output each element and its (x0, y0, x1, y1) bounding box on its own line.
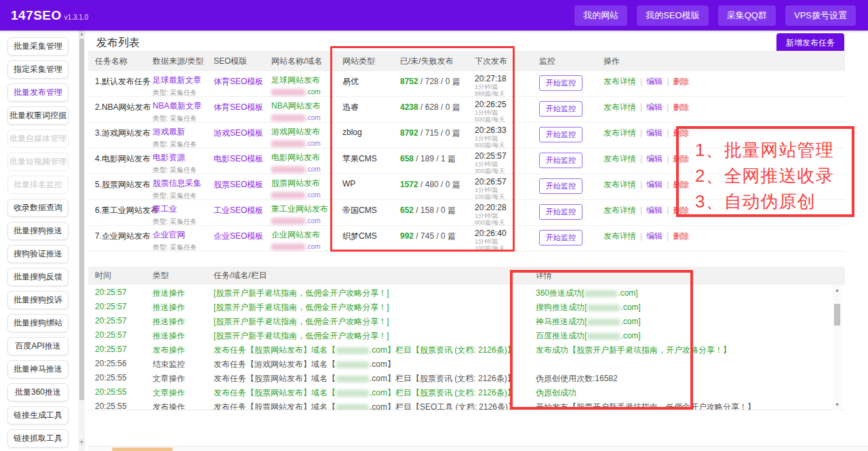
data-source-link[interactable]: 游戏最新 (153, 127, 185, 136)
log-time: 20:25:57 (95, 288, 149, 297)
delete-link[interactable]: 删除 (673, 231, 689, 241)
sidebar-item[interactable]: 批量采集管理 (7, 37, 68, 56)
seo-template-link[interactable]: 电影SEO模板 (214, 154, 263, 163)
publish-detail-link[interactable]: 发布详情 (604, 180, 636, 189)
edit-link[interactable]: 编辑 (646, 231, 663, 241)
sidebar-menu: 批量采集管理 指定采集管理 批量发布管理 批量权重词挖掘 批量自媒体管理 批量短… (0, 31, 88, 448)
sidebar-item[interactable]: 批量搜狗绑站 (7, 314, 68, 332)
start-monitor-button[interactable]: 开始监控 (539, 153, 583, 168)
delete-link[interactable]: 删除 (673, 128, 689, 138)
sidebar-item[interactable]: 批量360推送 (7, 383, 68, 401)
scroll-up-icon[interactable]: ▲ (79, 31, 85, 37)
horizontal-scrollbar[interactable] (88, 446, 868, 451)
publish-detail-link[interactable]: 发布详情 (604, 77, 636, 86)
sidebar-item[interactable]: 批量自媒体管理 (7, 130, 68, 148)
edit-link[interactable]: 编辑 (646, 102, 663, 112)
header-seo-template: SEO模版 (214, 51, 271, 71)
stats-rest: / 728 / 0 篇 (418, 77, 460, 86)
start-monitor-button[interactable]: 开始监控 (539, 75, 583, 91)
site-name-link[interactable]: 足球网站发布 (271, 75, 320, 85)
site-name-link[interactable]: 股票网站发布 (271, 178, 320, 188)
publish-detail-link[interactable]: 发布详情 (604, 154, 636, 163)
sidebar-item[interactable]: 批量神马推送 (7, 360, 68, 378)
monitor-cell: 开始监控 (539, 178, 604, 194)
data-source-link[interactable]: 重工业 (153, 204, 177, 214)
site-name-link[interactable]: 重工业网站发布 (271, 204, 328, 214)
seo-template-link[interactable]: 游戏SEO模板 (214, 128, 263, 138)
start-monitor-button[interactable]: 开始监控 (539, 127, 583, 142)
seo-template-link[interactable]: 体育SEO模板 (214, 102, 263, 112)
sidebar-item[interactable]: 搜狗验证推送 (7, 245, 68, 263)
delete-link[interactable]: 删除 (673, 154, 689, 163)
site-name-link[interactable]: 电影网站发布 (271, 153, 320, 162)
data-source-link[interactable]: NBA最新文章 (153, 101, 202, 111)
delete-link[interactable]: 删除 (673, 180, 689, 189)
sidebar-scroll-thumb[interactable] (79, 39, 84, 400)
sidebar-item[interactable]: 批量发布管理 (7, 83, 68, 102)
sidebar-scrollbar[interactable]: ▲ ▼ (79, 31, 85, 451)
data-source-cell: 股票信息采集 类型: 采集任务 (153, 178, 214, 201)
menu-my-sites[interactable]: 我的网站 (574, 5, 627, 26)
log-time: 20:25:57 (95, 316, 149, 326)
new-publish-task-button[interactable]: 新增发布任务 (776, 33, 844, 53)
blurred-domain (587, 305, 620, 311)
start-monitor-button[interactable]: 开始监控 (539, 101, 583, 117)
sidebar-item[interactable]: 指定采集管理 (7, 60, 68, 79)
sidebar-item[interactable]: 链接抓取工具 (7, 429, 68, 448)
seo-template-link[interactable]: 企业SEO模板 (214, 231, 263, 241)
data-source-link[interactable]: 股票信息采集 (153, 178, 201, 188)
daily-limit: 100篇/每天 (475, 245, 537, 252)
sidebar-item[interactable]: 链接生成工具 (7, 406, 68, 425)
sidebar-item[interactable]: 批量搜狗反馈 (7, 268, 68, 286)
seo-template-cell: 体育SEO模板 (214, 102, 271, 113)
sidebar-item[interactable]: 批量权重词挖掘 (7, 106, 68, 125)
sidebar-item[interactable]: 批量排名监控 (7, 176, 68, 194)
sidebar-item[interactable]: 收录数据查询 (7, 199, 68, 217)
action-separator: | (640, 128, 642, 138)
site-name-link[interactable]: NBA网站发布 (271, 101, 321, 111)
sidebar-item[interactable]: 百度API推送 (7, 337, 68, 355)
scroll-down-icon[interactable]: ▼ (79, 439, 85, 446)
start-monitor-button[interactable]: 开始监控 (539, 230, 583, 246)
site-name-link[interactable]: 企业网站发布 (271, 230, 320, 239)
seo-template-link[interactable]: 工业SEO模板 (214, 205, 263, 215)
blurred-domain (585, 290, 617, 297)
menu-vps-settings[interactable]: VPS拨号设置 (785, 5, 856, 26)
next-publish-cell: 20:26:25 1分钟/篇 500篇/每天 (475, 100, 537, 123)
log-scroll-thumb[interactable] (834, 304, 840, 326)
publish-detail-link[interactable]: 发布详情 (604, 205, 636, 215)
data-source-link[interactable]: 足球最新文章 (153, 75, 201, 85)
sidebar-item[interactable]: 批量搜狗投诉 (7, 291, 68, 309)
site-name-link[interactable]: 游戏网站发布 (271, 127, 320, 136)
start-monitor-button[interactable]: 开始监控 (539, 204, 583, 220)
log-task-text-after: .com】栏目【SEO工具 (文档: 2126条)】 (370, 402, 516, 410)
publish-detail-link[interactable]: 发布详情 (604, 231, 636, 241)
publish-detail-link[interactable]: 发布详情 (604, 102, 636, 112)
delete-link[interactable]: 删除 (673, 205, 689, 215)
sidebar-item[interactable]: 批量短视频管理 (7, 153, 68, 171)
data-source-link[interactable]: 企业官网 (153, 230, 185, 239)
horizontal-scroll-thumb[interactable] (112, 448, 173, 451)
start-monitor-button[interactable]: 开始监控 (539, 178, 583, 194)
seo-template-link[interactable]: 股票SEO模板 (214, 180, 263, 189)
action-separator: | (640, 205, 642, 215)
scroll-down-icon[interactable]: ▼ (833, 401, 842, 409)
data-source-link[interactable]: 电影资源 (153, 153, 185, 162)
edit-link[interactable]: 编辑 (646, 180, 663, 189)
menu-my-seo-templates[interactable]: 我的SEO模版 (637, 5, 708, 26)
publish-stats: 4238 / 628 / 0 篇 (400, 102, 475, 113)
scroll-up-icon[interactable]: ▲ (833, 286, 842, 294)
blurred-domain (271, 115, 305, 121)
publish-detail-link[interactable]: 发布详情 (604, 128, 636, 138)
log-scrollbar[interactable]: ▲ ▼ (833, 285, 842, 410)
table-row: 4.电影网站发布 电影资源 类型: 采集任务 电影SEO模板 电影网站发布 .c… (88, 149, 845, 174)
sidebar-item[interactable]: 批量搜狗推送 (7, 222, 68, 240)
seo-template-link[interactable]: 体育SEO模板 (214, 77, 263, 86)
edit-link[interactable]: 编辑 (646, 128, 663, 138)
delete-link[interactable]: 删除 (673, 77, 689, 86)
edit-link[interactable]: 编辑 (646, 154, 663, 163)
menu-qq-group[interactable]: 采集QQ群 (718, 5, 776, 26)
delete-link[interactable]: 删除 (673, 102, 689, 112)
edit-link[interactable]: 编辑 (646, 77, 663, 86)
edit-link[interactable]: 编辑 (646, 205, 663, 215)
